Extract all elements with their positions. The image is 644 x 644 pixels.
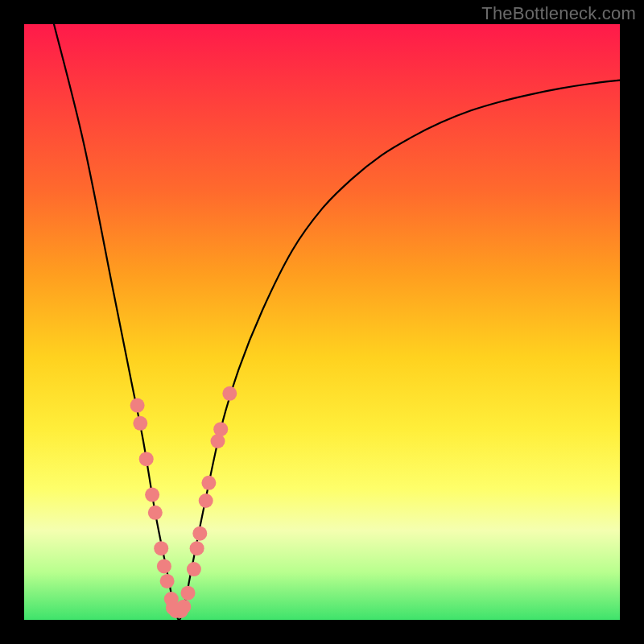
scatter-dot: [160, 574, 175, 588]
watermark-text: TheBottleneck.com: [481, 3, 636, 24]
scatter-dot: [181, 586, 196, 601]
scatter-dot: [201, 476, 216, 490]
scatter-dot: [222, 386, 237, 401]
scatter-dot: [154, 541, 168, 555]
scatter-dot: [139, 452, 154, 466]
curve-svg: [24, 24, 620, 620]
scatter-dot: [213, 422, 228, 436]
plot-area: [24, 24, 620, 620]
scatter-dots: [130, 386, 237, 618]
scatter-dot: [148, 506, 163, 520]
bottleneck-curve: [54, 24, 620, 620]
scatter-dot: [187, 562, 201, 576]
scatter-dot: [133, 416, 147, 431]
scatter-dot: [157, 559, 171, 573]
scatter-dot: [145, 488, 159, 502]
scatter-dot: [176, 600, 191, 614]
scatter-dot: [130, 398, 145, 413]
scatter-dot: [192, 526, 207, 541]
scatter-dot: [199, 493, 213, 508]
scatter-dot: [190, 541, 204, 555]
chart-frame: TheBottleneck.com: [0, 0, 644, 644]
